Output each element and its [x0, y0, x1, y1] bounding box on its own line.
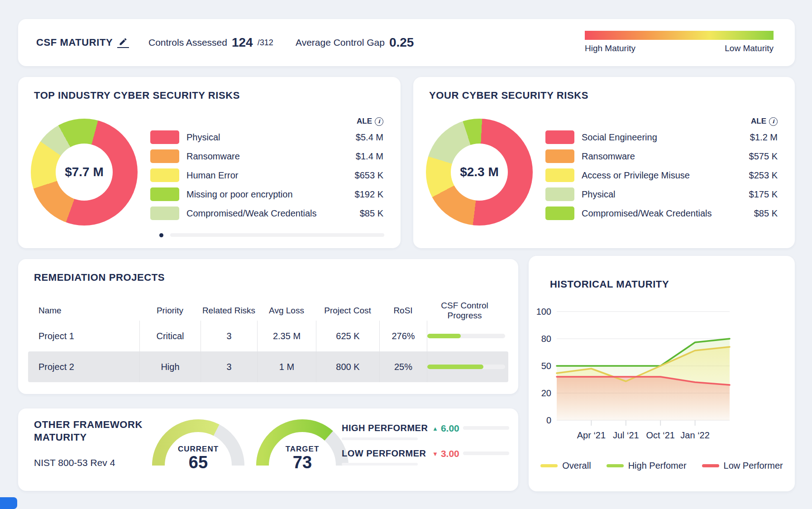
ale-values: $1.2 M $575 K $253 K $175 K $85 K: [749, 128, 778, 223]
edit-icon[interactable]: [117, 37, 129, 48]
project-cost: 800 K: [316, 351, 379, 382]
legend-marker: [607, 464, 624, 467]
carousel-scrollbar[interactable]: [170, 233, 384, 237]
arrow-down-icon: ▼: [432, 451, 438, 457]
industry-risks-card: TOP INDUSTRY CYBER SECURITY RISKS $7.7 M…: [18, 77, 401, 248]
project-rosi: 25%: [379, 351, 427, 382]
progress-cell: [427, 321, 505, 351]
legend-label: Ransomware: [582, 151, 635, 162]
legend-label: High Perfomer: [628, 461, 687, 471]
controls-assessed-value: 124: [232, 35, 253, 50]
ale-header: ALE i: [357, 117, 383, 126]
ale-value: $192 K: [355, 185, 383, 204]
column-header-rosi: RoSI: [379, 301, 427, 321]
remediation-title: REMEDIATION PROJECTS: [34, 272, 165, 283]
historical-maturity-chart: 0205080100Apr ‘21Jul ‘21Oct ‘21Jan ‘22: [533, 300, 746, 441]
industry-risks-total: $7.7 M: [56, 144, 113, 201]
benchmark-bar: [463, 451, 509, 455]
progress-cell: [427, 351, 505, 382]
column-header-name: Name: [34, 301, 139, 321]
legend-item: Compromised/Weak Credentials: [150, 204, 317, 223]
info-icon[interactable]: i: [769, 117, 778, 126]
low-performer-label: LOW PERFORMER: [342, 448, 426, 459]
ale-value: $5.4 M: [355, 128, 383, 147]
svg-text:0: 0: [546, 415, 551, 425]
legend-item: Compromised/Weak Credentials: [545, 204, 712, 223]
svg-text:50: 50: [541, 361, 551, 371]
low-performer-row: LOW PERFORMER ▼ 3.00: [342, 447, 511, 473]
legend-item: Physical: [545, 185, 712, 204]
high-performer-value: 6.00: [441, 423, 459, 434]
header-card: CSF MATURITY Controls Assessed 124 /312 …: [18, 19, 795, 66]
svg-text:80: 80: [541, 334, 551, 344]
legend-label: Compromised/Weak Credentials: [186, 208, 317, 219]
column-header-related-risks: Related Risks: [201, 301, 257, 321]
project-rosi: 276%: [379, 321, 427, 351]
chat-widget-partial[interactable]: [0, 497, 17, 509]
project-priority: High: [139, 351, 201, 382]
legend-item-high-performer: High Perfomer: [607, 461, 687, 471]
average-control-gap-label: Average Control Gap: [296, 37, 385, 48]
your-risks-card: YOUR CYBER SECURITY RISKS $2.3 M Social …: [413, 77, 795, 248]
svg-text:100: 100: [536, 307, 551, 317]
svg-text:Oct ‘21: Oct ‘21: [646, 430, 675, 440]
average-control-gap: Average Control Gap 0.25: [296, 19, 414, 66]
table-row-project-1[interactable]: Project 1 Critical 3 2.35 M 625 K 276%: [28, 321, 508, 351]
legend-item: Access or Privilege Misuse: [545, 166, 712, 185]
csf-dashboard: CSF MATURITY Controls Assessed 124 /312 …: [0, 0, 812, 509]
your-risks-donut: $2.3 M: [426, 119, 533, 226]
legend-swatch: [150, 130, 179, 144]
maturity-scale: High Maturity Low Maturity: [585, 31, 774, 53]
legend-label: Physical: [186, 132, 220, 143]
ale-values: $5.4 M $1.4 M $653 K $192 K $85 K: [355, 128, 383, 223]
column-header-project-cost: Project Cost: [316, 301, 379, 321]
project-avg-loss: 2.35 M: [257, 321, 316, 351]
ale-value: $253 K: [749, 166, 778, 185]
project-name: Project 2: [34, 351, 139, 382]
ale-value: $1.4 M: [355, 147, 383, 166]
column-header-avg-loss: Avg Loss: [257, 301, 316, 321]
high-performer-row: HIGH PERFORMER ▲ 6.00: [342, 422, 511, 447]
legend-marker: [540, 464, 558, 467]
gauge-value: 73: [250, 453, 354, 472]
progress-fill: [427, 334, 461, 338]
legend-swatch: [150, 168, 179, 182]
target-maturity-gauge: TARGET 73: [250, 415, 354, 487]
ale-value: $1.2 M: [749, 128, 778, 147]
info-icon[interactable]: i: [375, 117, 383, 126]
ale-value: $85 K: [355, 204, 383, 223]
benchmark-bar: [463, 426, 509, 430]
legend-label: Access or Privilege Misuse: [582, 170, 690, 181]
maturity-gradient-bar: [585, 31, 774, 40]
legend-label: Overall: [562, 461, 591, 471]
legend-item-low-performer: Low Performer: [702, 461, 783, 471]
controls-assessed-total: /312: [258, 38, 273, 48]
carousel-dot: [159, 233, 163, 237]
maturity-scale-right-label: Low Maturity: [725, 43, 774, 53]
ale-value: $653 K: [355, 166, 383, 185]
ale-label: ALE: [357, 117, 372, 126]
legend-swatch: [150, 149, 179, 163]
legend-item: Human Error: [150, 166, 317, 185]
legend-swatch: [545, 130, 574, 144]
legend-label: Low Performer: [724, 461, 783, 471]
industry-risks-title: TOP INDUSTRY CYBER SECURITY RISKS: [34, 90, 240, 101]
legend-swatch: [150, 206, 179, 220]
performer-benchmarks: HIGH PERFORMER ▲ 6.00 LOW PERFORMER ▼ 3.…: [342, 422, 511, 473]
edit-underline: [117, 47, 129, 48]
other-framework-card: OTHER FRAMEWORK MATURITY NIST 800-53 Rev…: [18, 408, 518, 491]
low-performer-value: 3.00: [441, 448, 459, 459]
label-underline: [342, 437, 418, 440]
legend-label: Missing or poor encryption: [186, 189, 293, 200]
controls-assessed: Controls Assessed 124 /312: [148, 19, 273, 66]
label-underline: [342, 463, 418, 466]
maturity-scale-left-label: High Maturity: [585, 43, 635, 53]
current-maturity-gauge: CURRENT 65: [146, 415, 250, 487]
industry-risks-legend: Physical Ransomware Human Error Missing …: [150, 128, 317, 223]
legend-item: Social Engineering: [545, 128, 712, 147]
legend-swatch: [545, 187, 574, 201]
legend-label: Compromised/Weak Credentials: [582, 208, 712, 219]
legend-item: Ransomware: [150, 147, 317, 166]
table-row-project-2[interactable]: Project 2 High 3 1 M 800 K 25%: [28, 351, 508, 382]
remediation-projects-card: REMEDIATION PROJECTS Name Priority Relat…: [18, 259, 518, 394]
